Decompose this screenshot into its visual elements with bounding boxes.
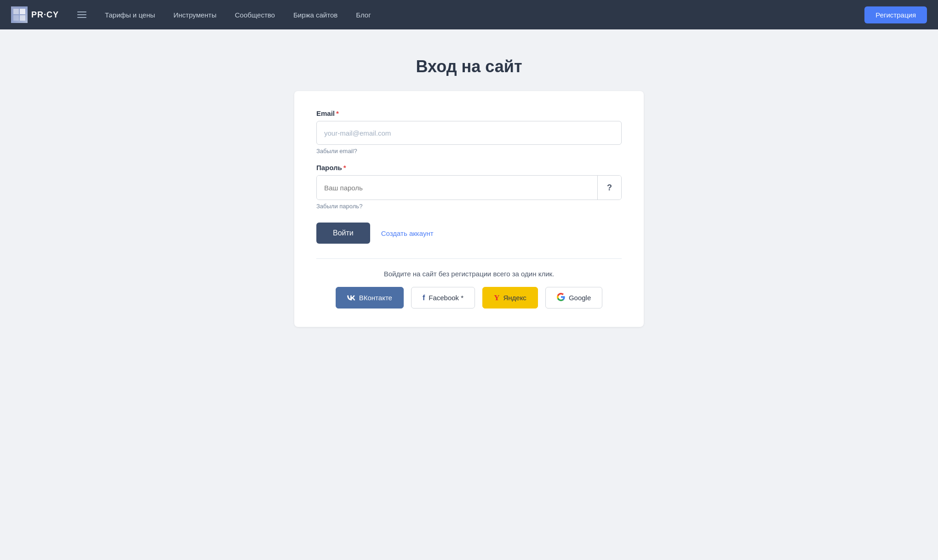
facebook-label: Facebook *	[429, 294, 463, 302]
yandex-label: Яндекс	[503, 294, 526, 302]
email-label: Email*	[316, 109, 622, 117]
header: PR·CY Тарифы и цены Инструменты Сообщест…	[0, 0, 938, 29]
create-account-link[interactable]: Создать аккаунт	[381, 229, 434, 237]
email-group: Email* Забыли email?	[316, 109, 622, 154]
register-button[interactable]: Регистрация	[864, 6, 927, 23]
hamburger-button[interactable]	[74, 10, 90, 20]
page-title: Вход на сайт	[416, 57, 522, 76]
main-nav: Тарифы и цены Инструменты Сообщество Бир…	[105, 11, 850, 19]
svg-rect-1	[20, 9, 25, 14]
password-label: Пароль*	[316, 164, 622, 171]
yandex-login-button[interactable]: Y Яндекс	[482, 287, 538, 309]
nav-item-tools[interactable]: Инструменты	[173, 11, 217, 19]
google-icon	[557, 293, 565, 303]
action-row: Войти Создать аккаунт	[316, 223, 622, 244]
vk-icon	[347, 295, 355, 301]
hamburger-line-1	[77, 11, 86, 12]
google-login-button[interactable]: Google	[545, 287, 602, 309]
social-buttons: ВКонтакте f Facebook * Y Яндекс	[316, 287, 622, 309]
logo[interactable]: PR·CY	[11, 6, 59, 23]
svg-rect-0	[13, 9, 19, 14]
yandex-icon: Y	[494, 293, 499, 303]
forgot-email-link[interactable]: Забыли email?	[316, 148, 622, 154]
svg-rect-3	[20, 15, 25, 21]
login-button[interactable]: Войти	[316, 223, 370, 244]
email-required-star: *	[336, 109, 339, 117]
logo-icon	[11, 6, 28, 23]
facebook-login-button[interactable]: f Facebook *	[411, 287, 475, 309]
forgot-password-link[interactable]: Забыли пароль?	[316, 203, 622, 210]
nav-item-blog[interactable]: Блог	[356, 11, 371, 19]
facebook-icon: f	[423, 294, 425, 302]
password-toggle-button[interactable]: ?	[597, 176, 621, 200]
svg-rect-2	[13, 15, 19, 21]
password-group: Пароль* ? Забыли пароль?	[316, 164, 622, 210]
main-content: Вход на сайт Email* Забыли email? Пароль…	[0, 29, 938, 560]
divider	[316, 258, 622, 259]
login-form-card: Email* Забыли email? Пароль* ? Забыли па…	[294, 91, 644, 327]
social-hint: Войдите на сайт без регистрации всего за…	[316, 270, 622, 278]
hamburger-line-3	[77, 17, 86, 18]
social-section: Войдите на сайт без регистрации всего за…	[316, 270, 622, 309]
password-wrapper: ?	[316, 175, 622, 200]
nav-item-exchange[interactable]: Биржа сайтов	[293, 11, 337, 19]
password-input[interactable]	[317, 176, 597, 200]
hamburger-line-2	[77, 14, 86, 15]
password-required-star: *	[343, 164, 346, 171]
logo-text: PR·CY	[31, 10, 59, 20]
vk-label: ВКонтакте	[359, 294, 392, 302]
nav-item-tariffs[interactable]: Тарифы и цены	[105, 11, 155, 19]
google-label: Google	[569, 294, 591, 302]
email-input[interactable]	[316, 121, 622, 145]
vk-login-button[interactable]: ВКонтакте	[336, 287, 404, 309]
nav-item-community[interactable]: Сообщество	[235, 11, 275, 19]
